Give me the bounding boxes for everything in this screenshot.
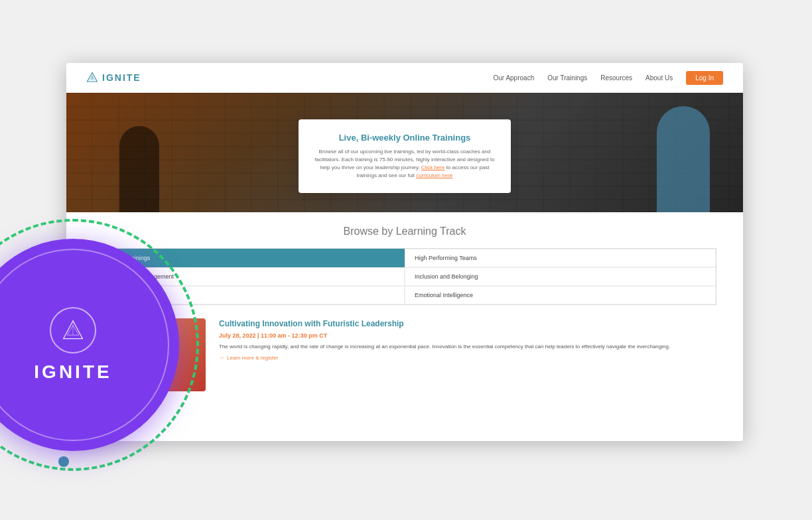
logo-text: IGNITE: [102, 72, 141, 83]
nav-links: Our Approach Our Trainings Resources Abo…: [493, 71, 723, 85]
track-inclusion[interactable]: Inclusion and Belonging: [405, 267, 716, 286]
training-date: July 28, 2022 | 11:00 am - 12:30 pm CT: [219, 332, 716, 339]
figure-left: [119, 126, 159, 212]
navbar: IGNITE Our Approach Our Trainings Resour…: [66, 63, 743, 93]
logo-icon: [86, 72, 98, 84]
dot-blue: [58, 456, 69, 467]
nav-about-us[interactable]: About Us: [645, 74, 673, 82]
ignite-badge-wrapper: IGNITE: [0, 219, 199, 471]
nav-resources[interactable]: Resources: [600, 74, 632, 82]
logo[interactable]: IGNITE: [86, 72, 141, 84]
training-date-text: July 28, 2022: [219, 332, 256, 339]
hero-card: Live, Bi-weekly Online Trainings Browse …: [299, 119, 511, 193]
hero-card-link[interactable]: Click here: [421, 164, 445, 170]
nav-our-trainings[interactable]: Our Trainings: [547, 74, 587, 82]
hero-card-desc: Browse all of our upcoming live training…: [314, 148, 495, 180]
hero-card-curriculum-link[interactable]: curriculum here: [416, 172, 452, 178]
arrow-right-icon: →: [219, 355, 224, 361]
hero-image: Live, Bi-weekly Online Trainings Browse …: [66, 93, 743, 212]
training-register-link[interactable]: → Learn more & register: [219, 355, 716, 361]
training-title: Cultivating Innovation with Futuristic L…: [219, 318, 716, 330]
training-time: 11:00 am - 12:30 pm CT: [261, 332, 327, 339]
track-emotional[interactable]: Emotional Intelligence: [405, 286, 716, 304]
hero-card-title: Live, Bi-weekly Online Trainings: [314, 133, 495, 143]
figure-right: [657, 106, 710, 212]
login-button[interactable]: Log In: [686, 71, 723, 85]
training-description: The world is changing rapidly, and the r…: [219, 343, 716, 351]
track-high-performing[interactable]: High Performing Teams: [405, 249, 716, 267]
training-link-label: Learn more & register: [227, 355, 278, 361]
training-info: Cultivating Innovation with Futuristic L…: [219, 318, 716, 361]
nav-our-approach[interactable]: Our Approach: [493, 74, 534, 82]
white-ring: [0, 249, 169, 441]
